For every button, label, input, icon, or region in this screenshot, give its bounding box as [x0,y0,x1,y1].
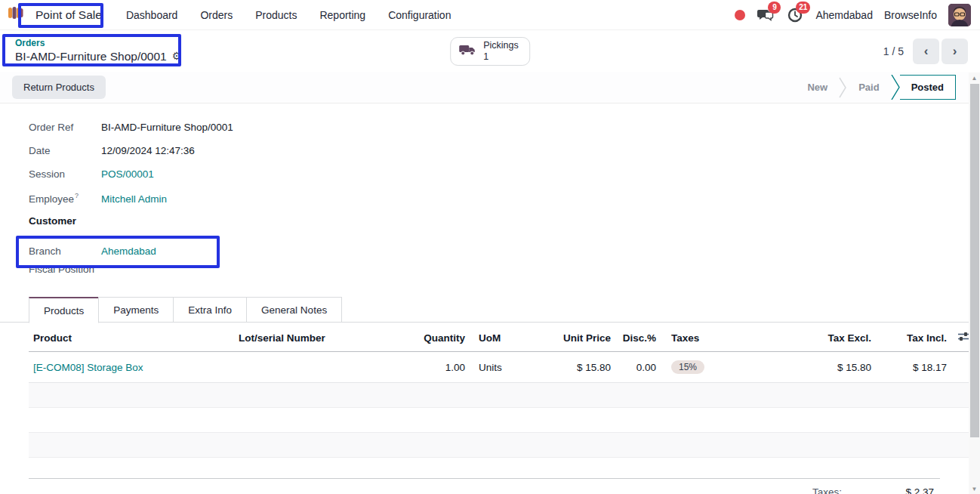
main-menu: Dashboard Orders Products Reporting Conf… [126,9,451,21]
quantity-cell[interactable]: 1.00 [394,352,470,383]
empty-row [29,433,974,458]
totals-row: Taxes: $ 2.37 [29,479,940,494]
status-widget: New Paid Posted [796,75,956,100]
col-lot-serial[interactable]: Lot/serial Number [234,324,394,352]
session-link[interactable]: POS/00001 [101,168,154,180]
col-uom[interactable]: UoM [470,324,534,352]
menu-configuration[interactable]: Configuration [388,9,451,21]
tax-incl-cell[interactable]: $ 18.17 [876,352,951,383]
activities-badge: 21 [796,2,810,14]
user-avatar[interactable] [948,4,971,26]
empty-row [29,383,974,408]
taxes-total-label: Taxes: [812,486,842,494]
scrollbar-thumb[interactable] [970,84,979,437]
employee-link[interactable]: Mitchell Admin [101,193,167,205]
company-switcher[interactable]: Ahemdabad [815,9,873,21]
col-tax-excl[interactable]: Tax Excl. [740,324,876,352]
col-tax-incl[interactable]: Tax Incl. [876,324,951,352]
pickings-label: Pickings [483,40,519,51]
lot-serial-cell[interactable] [234,352,394,383]
menu-dashboard[interactable]: Dashboard [126,9,178,21]
field-fiscal-position: Fiscal Position [29,264,940,287]
app-name[interactable]: Point of Sale [31,6,106,24]
branch-label: Branch [29,245,101,257]
pager-value: 1 / 5 [883,45,904,57]
breadcrumb-current-record: BI-AMD-Furniture Shop/0001 [15,49,167,63]
order-ref-label: Order Ref [29,122,101,133]
tax-badge[interactable]: 15% [671,360,704,374]
col-disc[interactable]: Disc.% [615,324,661,352]
form-sheet: Order Ref BI-AMD-Furniture Shop/0001 Dat… [0,103,969,494]
col-product[interactable]: Product [29,324,234,352]
fiscal-position-label: Fiscal Position [29,264,94,275]
field-branch: Branch Ahemdabad [29,239,940,264]
pager: 1 / 5 ‹ › [883,39,968,64]
menu-products[interactable]: Products [255,9,297,21]
status-stage-paid[interactable]: Paid [847,75,890,100]
table-header-row: Product Lot/serial Number Quantity UoM U… [29,324,974,352]
return-products-button[interactable]: Return Products [12,76,106,99]
date-value: 12/09/2024 12:47:36 [101,145,195,156]
vertical-scrollbar[interactable]: ▲ ▼ [969,73,980,494]
unit-price-cell[interactable]: $ 15.80 [534,352,615,383]
status-stage-new[interactable]: New [796,75,839,100]
uom-cell[interactable]: Units [470,352,534,383]
empty-row [29,408,974,433]
field-date: Date 12/09/2024 12:47:36 [29,145,940,168]
branch-link[interactable]: Ahemdabad [101,245,156,257]
truck-icon [458,43,476,59]
col-unit-price[interactable]: Unit Price [534,324,615,352]
taxes-total-value: $ 2.37 [842,486,934,494]
breadcrumb-orders-link[interactable]: Orders [15,38,181,49]
tab-general-notes[interactable]: General Notes [246,297,342,323]
pager-next-button[interactable]: › [941,39,968,64]
messages-badge: 9 [768,2,781,14]
order-lines-table: Product Lot/serial Number Quantity UoM U… [29,324,974,458]
pickings-smart-button[interactable]: Pickings 1 [450,37,530,66]
systray: 9 21 Ahemdabad BrowseInfo [735,4,971,26]
session-label: Session [29,168,101,180]
notebook-tabs: Products Payments Extra Info General Not… [29,297,940,323]
order-ref-value: BI-AMD-Furniture Shop/0001 [101,122,233,133]
optional-columns-icon[interactable] [958,332,969,344]
menu-reporting[interactable]: Reporting [319,9,365,21]
status-separator-icon [839,75,847,100]
tab-extra-info[interactable]: Extra Info [173,297,247,323]
recording-dot-icon [735,10,745,20]
messages-icon[interactable]: 9 [757,6,775,24]
scroll-down-icon[interactable]: ▼ [969,483,980,494]
tab-payments[interactable]: Payments [98,297,174,323]
help-icon: ? [75,192,79,199]
pos-app-icon [8,6,24,23]
statusbar: Return Products New Paid Posted [0,72,980,103]
tax-excl-cell[interactable]: $ 15.80 [740,352,876,383]
activities-clock-icon[interactable]: 21 [786,6,804,24]
col-quantity[interactable]: Quantity [394,324,470,352]
pager-previous-button[interactable]: ‹ [913,39,939,64]
order-line-row[interactable]: [E-COM08] Storage Box 1.00 Units $ 15.80… [29,352,974,383]
field-session: Session POS/00001 [29,168,940,192]
menu-orders[interactable]: Orders [200,9,233,21]
field-employee: Employee? Mitchell Admin [29,192,940,215]
scroll-up-icon[interactable]: ▲ [969,73,980,83]
app-brand[interactable]: Point of Sale [8,6,106,24]
status-active-arrow-icon [891,75,900,100]
product-link[interactable]: [E-COM08] Storage Box [33,362,143,373]
date-label: Date [29,145,101,156]
status-stage-posted[interactable]: Posted [900,75,956,100]
user-menu[interactable]: BrowseInfo [884,9,937,21]
tab-products[interactable]: Products [29,297,99,323]
col-taxes[interactable]: Taxes [661,324,740,352]
disc-cell[interactable]: 0.00 [615,352,661,383]
field-order-ref: Order Ref BI-AMD-Furniture Shop/0001 [29,122,940,145]
top-navbar: Point of Sale Dashboard Orders Products … [0,0,980,30]
field-customer: Customer [29,215,940,239]
breadcrumb: Orders BI-AMD-Furniture Shop/0001 ⚙ [12,38,181,63]
control-panel: Orders BI-AMD-Furniture Shop/0001 ⚙ Pick… [0,30,980,72]
employee-label: Employee? [29,192,101,205]
gear-icon[interactable]: ⚙ [172,50,182,63]
pickings-count: 1 [483,51,519,63]
customer-label: Customer [29,215,101,227]
